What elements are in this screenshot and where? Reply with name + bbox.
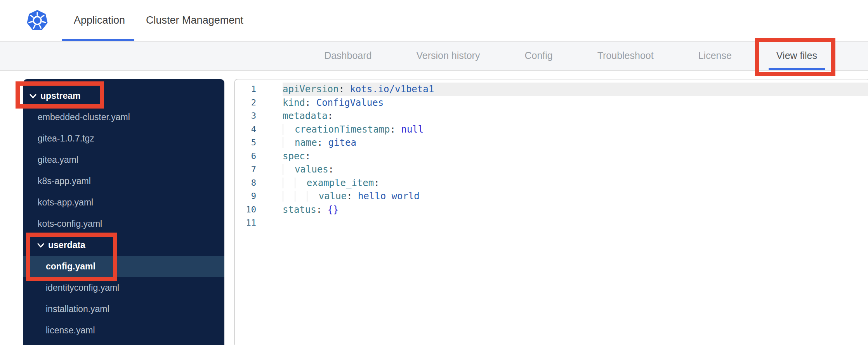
token-key: values <box>295 164 328 175</box>
tree-item-label: gitea-1.0.7.tgz <box>38 133 94 144</box>
code-line-2[interactable]: 2kind: ConfigValues <box>235 96 868 110</box>
indent-guide <box>283 191 295 202</box>
code-line-5[interactable]: 5 name: gitea <box>235 136 868 150</box>
token-operator: : <box>305 97 316 108</box>
top-navbar: ApplicationCluster Management <box>0 0 868 41</box>
tree-file-identityconfig-yaml[interactable]: identityconfig.yaml <box>23 277 224 298</box>
token-operator: : <box>317 137 328 148</box>
line-number: 5 <box>235 136 283 150</box>
kubernetes-logo[interactable] <box>26 9 49 32</box>
topbar-tab-cluster-management[interactable]: Cluster Management <box>146 0 243 41</box>
tree-file-kots-app-yaml[interactable]: kots-app.yaml <box>23 192 224 213</box>
app-subnav: DashboardVersion historyConfigTroublesho… <box>0 41 868 71</box>
tree-file-k8s-app-yaml[interactable]: k8s-app.yaml <box>23 171 224 192</box>
tree-folder-userdata[interactable]: userdata <box>23 235 224 256</box>
code-line-9[interactable]: 9 value: hello world <box>235 190 868 203</box>
chevron-down-icon[interactable] <box>37 243 45 248</box>
code-line-content: example_item: <box>283 176 868 190</box>
tree-file-license-yaml[interactable]: license.yaml <box>23 320 224 341</box>
subnav-tab-version-history[interactable]: Version history <box>416 41 480 70</box>
token-key: kind <box>283 97 305 108</box>
file-tree-sidebar[interactable]: upstreamembedded-cluster.yamlgitea-1.0.7… <box>23 79 224 345</box>
active-tab-underline <box>62 39 134 41</box>
topbar-tab-application[interactable]: Application <box>74 0 125 41</box>
token-constant: {} <box>328 204 339 215</box>
code-line-content: status: {} <box>283 203 868 217</box>
subnav-tab-license[interactable]: License <box>698 41 732 70</box>
subnav-tab-view-files[interactable]: View files <box>776 41 817 70</box>
token-value: kots.io/v1beta1 <box>350 84 434 95</box>
line-number: 3 <box>235 109 283 123</box>
subnav-tab-dashboard[interactable]: Dashboard <box>324 41 372 70</box>
token-key: name <box>295 137 317 148</box>
tree-folder-upstream[interactable]: upstream <box>23 85 224 107</box>
tree-file-gitea-1-0-7-tgz[interactable]: gitea-1.0.7.tgz <box>23 128 224 149</box>
subnav-tab-label: View files <box>776 50 817 61</box>
line-number: 7 <box>235 163 283 176</box>
token-key: value <box>319 191 347 202</box>
indent-guide <box>295 191 307 202</box>
tree-file-kots-config-yaml[interactable]: kots-config.yaml <box>23 213 224 235</box>
code-line-7[interactable]: 7 values: <box>235 163 868 176</box>
code-line-4[interactable]: 4 creationTimestamp: null <box>235 123 868 136</box>
token-operator: : <box>390 124 401 135</box>
tree-item-label: kots-app.yaml <box>38 197 93 208</box>
token-key: creationTimestamp <box>295 124 390 135</box>
code-line-content: kind: ConfigValues <box>283 96 868 110</box>
token-value: gitea <box>328 137 356 148</box>
subnav-tab-label: License <box>698 50 732 61</box>
line-number: 8 <box>235 176 283 190</box>
tree-file-embedded-cluster-yaml[interactable]: embedded-cluster.yaml <box>23 107 224 128</box>
tree-item-label: userdata <box>48 240 85 250</box>
token-operator: : <box>374 178 379 188</box>
code-line-content <box>283 216 868 230</box>
tree-item-label: embedded-cluster.yaml <box>38 112 130 122</box>
subnav-tab-label: Troubleshoot <box>597 50 654 61</box>
token-key: apiVersion <box>283 84 339 95</box>
token-operator: : <box>339 84 350 95</box>
topbar-tabs: ApplicationCluster Management <box>49 0 243 41</box>
code-line-6[interactable]: 6spec: <box>235 150 868 163</box>
token-key: metadata <box>283 110 328 121</box>
tree-file-config-yaml[interactable]: config.yaml <box>23 256 224 277</box>
code-line-content: apiVersion: kots.io/v1beta1 <box>283 83 868 96</box>
indent-guide <box>283 137 295 148</box>
yaml-code-viewer[interactable]: 1apiVersion: kots.io/v1beta12kind: Confi… <box>234 79 868 345</box>
tree-item-label: kots-config.yaml <box>38 219 102 229</box>
code-line-content: name: gitea <box>283 136 868 150</box>
line-number: 9 <box>235 190 283 203</box>
subnav-tab-config[interactable]: Config <box>524 41 552 70</box>
chevron-down-icon[interactable] <box>29 93 37 99</box>
code-line-content: spec: <box>283 150 868 163</box>
code-line-11[interactable]: 11 <box>235 216 868 230</box>
tree-item-label: installation.yaml <box>46 304 109 314</box>
subnav-tab-label: Dashboard <box>324 50 372 61</box>
tree-item-label: config.yaml <box>46 261 95 272</box>
tree-item-label: gitea.yaml <box>38 155 78 165</box>
line-number: 2 <box>235 96 283 110</box>
tree-item-label: upstream <box>40 91 81 101</box>
line-number: 6 <box>235 150 283 163</box>
indent-guide <box>283 124 295 135</box>
code-line-8[interactable]: 8 example_item: <box>235 176 868 190</box>
code-line-content: values: <box>283 163 868 176</box>
tree-file-installation-yaml[interactable]: installation.yaml <box>23 298 224 320</box>
line-number: 11 <box>235 216 283 230</box>
subnav-tab-troubleshoot[interactable]: Troubleshoot <box>597 41 654 70</box>
tree-file-gitea-yaml[interactable]: gitea.yaml <box>23 149 224 171</box>
indent-guide <box>283 178 295 188</box>
indent-guide <box>295 178 307 188</box>
line-number: 4 <box>235 123 283 136</box>
code-line-content: metadata: <box>283 109 868 123</box>
active-tab-underline <box>769 68 825 70</box>
token-key: status <box>283 204 316 215</box>
code-line-10[interactable]: 10status: {} <box>235 203 868 217</box>
token-operator: : <box>305 151 311 162</box>
code-line-3[interactable]: 3metadata: <box>235 109 868 123</box>
token-operator: : <box>316 204 328 215</box>
tree-item-label: k8s-app.yaml <box>38 176 91 186</box>
subnav-tab-label: Version history <box>416 50 480 61</box>
token-constant: null <box>401 124 424 135</box>
code-line-1[interactable]: 1apiVersion: kots.io/v1beta1 <box>235 83 868 96</box>
subnav-tab-label: Config <box>524 50 552 61</box>
